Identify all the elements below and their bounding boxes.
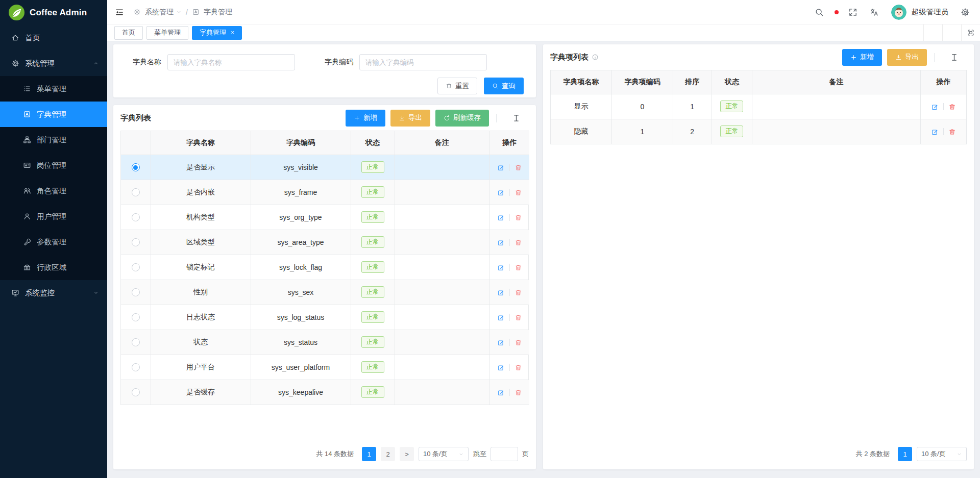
table-row[interactable]: 是否内嵌sys_frame正常 (121, 180, 529, 205)
page-button-2[interactable]: 2 (381, 447, 395, 461)
tab-options-chevron-icon[interactable] (942, 24, 961, 41)
row-radio[interactable] (132, 363, 140, 371)
trash-icon[interactable] (514, 239, 522, 246)
table-row[interactable]: 是否缓存sys_keepalive正常 (121, 380, 529, 405)
refresh-cache-button[interactable]: 刷新缓存 (435, 110, 489, 127)
row-radio[interactable] (132, 288, 140, 296)
tab-2[interactable]: 字典管理× (192, 26, 242, 40)
page-jump-input[interactable] (491, 447, 518, 461)
edit-icon[interactable] (497, 164, 505, 171)
table-row[interactable]: 机构类型sys_org_type正常 (121, 205, 529, 230)
row-radio[interactable] (132, 313, 140, 321)
trash-icon[interactable] (514, 364, 522, 371)
trash-icon[interactable] (948, 128, 956, 136)
row-radio[interactable] (132, 263, 140, 271)
edit-icon[interactable] (497, 389, 505, 396)
table-row[interactable]: 显示01正常 (551, 94, 966, 119)
table-row[interactable]: 日志状态sys_log_status正常 (121, 305, 529, 330)
page-size-select[interactable]: 10 条/页 (419, 447, 469, 461)
sidebar-item-system[interactable]: 系统管理 (0, 51, 107, 76)
trash-icon[interactable] (514, 289, 522, 296)
query-button[interactable]: 查询 (484, 78, 524, 94)
next-page-button[interactable]: > (400, 447, 414, 461)
table-row[interactable]: 隐藏12正常 (551, 119, 966, 144)
add-dict-button[interactable]: 新增 (346, 110, 385, 127)
trash-icon[interactable] (948, 103, 956, 111)
fullscreen-icon[interactable] (848, 8, 857, 17)
row-radio[interactable] (132, 238, 140, 246)
edit-icon[interactable] (931, 128, 939, 136)
table-row[interactable]: 用户平台sys_user_platform正常 (121, 355, 529, 380)
user-menu[interactable]: 超级管理员 (891, 5, 949, 20)
sidebar-subitem-0[interactable]: 菜单管理 (0, 76, 107, 102)
table-config-gear-icon[interactable] (527, 117, 529, 119)
sidebar-subitem-7[interactable]: 行政区域 (0, 255, 107, 280)
row-radio[interactable] (132, 338, 140, 346)
edit-icon[interactable] (497, 214, 505, 221)
table-row[interactable]: 锁定标记sys_lock_flag正常 (121, 255, 529, 280)
breadcrumb-item-system[interactable]: 系统管理 (145, 8, 182, 17)
table-row[interactable]: 状态sys_status正常 (121, 330, 529, 355)
refresh-table-icon[interactable] (942, 56, 944, 58)
edit-icon[interactable] (497, 314, 505, 321)
edit-icon[interactable] (497, 364, 505, 371)
search-icon[interactable] (815, 8, 824, 17)
column-settings-icon[interactable] (511, 113, 522, 123)
export-dict-button[interactable]: 导出 (390, 110, 430, 127)
trash-icon[interactable] (514, 264, 522, 271)
row-radio[interactable] (132, 188, 140, 196)
sidebar-subitem-2[interactable]: 部门管理 (0, 127, 107, 153)
trash-icon[interactable] (514, 189, 522, 196)
status-badge: 正常 (361, 336, 384, 348)
settings-gear-icon[interactable] (961, 8, 970, 17)
edit-icon[interactable] (497, 339, 505, 346)
row-radio[interactable] (132, 163, 140, 171)
edit-icon[interactable] (497, 264, 505, 271)
translate-icon[interactable] (870, 8, 879, 17)
tab-1[interactable]: 菜单管理 (146, 26, 188, 40)
tab-0[interactable]: 首页 (114, 26, 143, 40)
app-logo: Coffee Admin (0, 0, 107, 25)
trash-icon[interactable] (514, 389, 522, 396)
sidebar-subitem-4[interactable]: 角色管理 (0, 178, 107, 204)
sidebar-subitem-5[interactable]: 用户管理 (0, 204, 107, 229)
edit-icon[interactable] (497, 239, 505, 246)
row-radio[interactable] (132, 388, 140, 396)
refresh-tab-icon[interactable] (923, 24, 942, 41)
column-settings-icon[interactable] (949, 52, 960, 63)
page-button-1[interactable]: 1 (898, 447, 912, 461)
info-icon[interactable] (592, 54, 599, 61)
breadcrumb-item-dict[interactable]: 字典管理 (204, 8, 232, 17)
edit-icon[interactable] (497, 289, 505, 296)
refresh-table-icon[interactable] (504, 117, 506, 119)
dict-code-input[interactable] (359, 54, 487, 70)
maximize-icon[interactable] (961, 24, 980, 41)
page-button-1[interactable]: 1 (362, 447, 376, 461)
sidebar-subitem-3[interactable]: 岗位管理 (0, 153, 107, 178)
table-row[interactable]: 区域类型sys_area_type正常 (121, 230, 529, 255)
row-radio[interactable] (132, 213, 140, 221)
sidebar-item-monitor[interactable]: 系统监控 (0, 280, 107, 306)
sidebar-item-home[interactable]: 首页 (0, 25, 107, 51)
reset-button[interactable]: 重置 (437, 78, 477, 94)
export-dict-item-button[interactable]: 导出 (887, 49, 927, 66)
sidebar-subitem-6[interactable]: 参数管理 (0, 229, 107, 255)
trash-icon[interactable] (514, 164, 522, 171)
table-row[interactable]: 是否显示sys_visible正常 (121, 155, 529, 180)
edit-icon[interactable] (497, 189, 505, 196)
trash-icon[interactable] (514, 339, 522, 346)
add-dict-item-button[interactable]: 新增 (842, 49, 882, 66)
sidebar-subitem-1[interactable]: 字典管理 (0, 102, 107, 127)
edit-icon[interactable] (931, 103, 939, 111)
dict-name-input[interactable] (167, 54, 295, 70)
trash-icon[interactable] (514, 214, 522, 221)
status-badge: 正常 (720, 125, 743, 138)
trash-icon[interactable] (514, 314, 522, 321)
sidebar-item-label: 系统管理 (25, 59, 55, 68)
table-row[interactable]: 性别sys_sex正常 (121, 280, 529, 305)
page-size-select[interactable]: 10 条/页 (917, 447, 967, 461)
collapse-sidebar-icon[interactable] (115, 8, 124, 17)
table-config-gear-icon[interactable] (965, 56, 967, 58)
close-tab-icon[interactable]: × (231, 30, 234, 36)
dict-code-cell: sys_visible (251, 155, 351, 180)
